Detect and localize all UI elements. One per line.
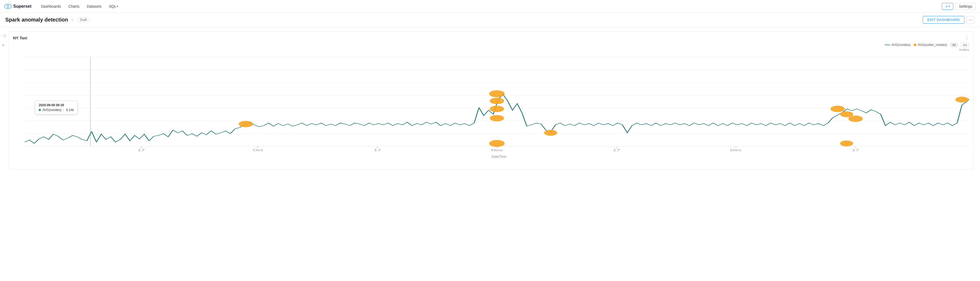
svg-point-43	[489, 90, 505, 97]
draft-badge: Draft	[77, 17, 90, 22]
svg-text:17: 17	[612, 148, 620, 152]
svg-text:Oct: Oct	[253, 148, 263, 152]
svg-point-49	[830, 106, 845, 112]
svg-point-1	[7, 4, 12, 8]
settings-button[interactable]: Settings	[955, 3, 976, 10]
chart-more-icon[interactable]: ⋮	[964, 35, 969, 41]
edit-dashboard-button[interactable]: EDIT DASHBOARD	[923, 16, 964, 24]
nav-links: Dashboards Charts Datasets SQL ▾	[38, 3, 942, 10]
superset-logo-icon	[4, 4, 12, 9]
chart-panel-header: NY Taxi ⋮	[9, 32, 974, 42]
sidebar-toggle[interactable]: →| ≡	[0, 29, 6, 172]
svg-text:Dec: Dec	[730, 148, 742, 152]
star-icon[interactable]: ☆	[71, 17, 75, 22]
dashboard-actions: EDIT DASHBOARD ···	[923, 16, 975, 24]
legend-line-item: AVG(norides)	[885, 43, 910, 47]
legend-inv-button[interactable]: Inv	[961, 43, 969, 47]
dashboard-header: Spark anomaly detection ☆ Draft EDIT DAS…	[0, 13, 980, 27]
legend-line-label: AVG(norides)	[891, 43, 910, 47]
app-name: Superset	[13, 4, 31, 9]
top-navigation: Superset Dashboards Charts Datasets SQL …	[0, 0, 980, 13]
legend-dot	[914, 43, 916, 46]
dashboard-title-area: Spark anomaly detection ☆ Draft	[5, 17, 90, 23]
chart-title: NY Taxi	[13, 35, 27, 40]
legend-all-button[interactable]: All	[950, 43, 958, 47]
nav-sql[interactable]: SQL ▾	[105, 3, 121, 10]
chevron-down-icon: ▾	[948, 5, 950, 8]
svg-text:17: 17	[374, 148, 381, 152]
svg-point-42	[239, 121, 253, 127]
svg-point-45	[490, 106, 504, 112]
nav-right-actions: + ▾ Settings	[942, 3, 976, 10]
svg-point-0	[5, 4, 9, 8]
svg-point-53	[955, 97, 969, 102]
svg-text:Nov: Nov	[491, 148, 503, 152]
filter-icon: ≡	[2, 43, 4, 47]
outliers-label: Outliers	[9, 48, 974, 52]
legend-dot-item: AVG(outlier_norides)	[914, 43, 947, 47]
svg-point-46	[490, 115, 504, 121]
legend-line	[885, 45, 890, 45]
nav-charts[interactable]: Charts	[65, 3, 83, 10]
legend-dot-label: AVG(outlier_norides)	[918, 43, 947, 47]
svg-point-47	[489, 140, 505, 147]
svg-point-52	[840, 140, 853, 146]
chart-container: →| ≡ NY Taxi ⋮ AVG(norides) AVG(outlier_…	[0, 27, 980, 172]
chart-svg: 35k 30k 25k 20k 15k 10k 5k 0 35k 30k 25k…	[25, 52, 969, 153]
app-logo[interactable]: Superset	[4, 4, 31, 9]
chart-panel: NY Taxi ⋮ AVG(norides) AVG(outlier_norid…	[8, 31, 974, 169]
nav-dashboards[interactable]: Dashboards	[38, 3, 64, 10]
dashboard-more-button[interactable]: ···	[966, 16, 975, 24]
svg-text:17: 17	[138, 148, 145, 152]
svg-point-48	[544, 130, 557, 136]
chart-svg-area: 35k 30k 25k 20k 15k 10k 5k 0 35k 30k 25k…	[9, 52, 974, 154]
chevron-down-icon: ▾	[117, 5, 118, 8]
svg-point-51	[848, 115, 863, 122]
nav-datasets[interactable]: Datasets	[84, 3, 105, 10]
svg-point-44	[490, 98, 504, 104]
collapse-icon: →|	[1, 34, 6, 38]
chart-legend: AVG(norides) AVG(outlier_norides) All In…	[9, 42, 974, 48]
svg-text:17: 17	[852, 148, 859, 152]
x-axis-label: Date/Time	[9, 154, 974, 161]
dashboard-title: Spark anomaly detection	[5, 17, 68, 23]
add-button[interactable]: + ▾	[942, 3, 953, 10]
